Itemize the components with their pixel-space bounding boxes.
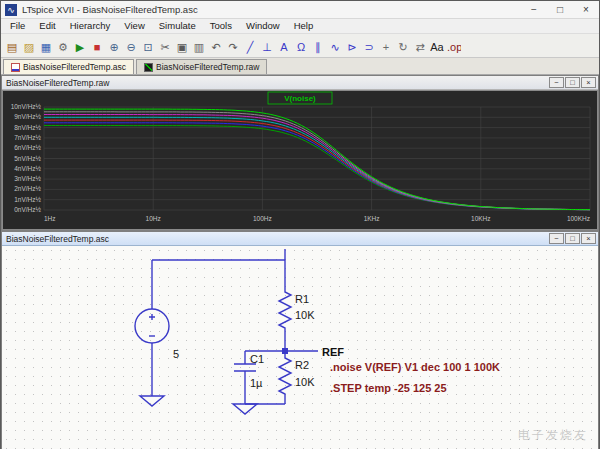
save-icon[interactable]: ▦ [38, 36, 54, 56]
schematic-restore-button[interactable]: □ [565, 233, 580, 244]
y-axis-label: 1nV/Hz½ [14, 196, 41, 203]
menu-simulate[interactable]: Simulate [152, 19, 203, 33]
tab-BiasNoiseFilteredTemp.asc[interactable]: BiasNoiseFilteredTemp.asc [3, 59, 134, 74]
waveform-minimize-button[interactable]: − [549, 77, 564, 88]
schematic-window: BiasNoiseFilteredTemp.asc − □ × [1, 231, 599, 449]
y-axis-label: 2nV/Hz½ [14, 185, 41, 192]
waveform-file-icon [144, 63, 153, 72]
spice-directive-icon[interactable]: .op [446, 36, 462, 56]
c1-value-label[interactable]: 1µ [250, 377, 263, 389]
minimize-button[interactable]: − [521, 1, 547, 18]
trace-legend[interactable]: V(noise) [284, 94, 316, 103]
window-title: LTspice XVII - BiasNoiseFilteredTemp.asc [22, 4, 521, 15]
x-axis-label: 10Hz [146, 215, 161, 222]
resistor-r1[interactable] [279, 286, 291, 334]
y-axis-label: 0nV/Hz½ [14, 206, 41, 213]
y-axis-label: 5nV/Hz½ [14, 155, 41, 162]
toolbar: ▤▨▦⚙▶■⊕⊖⊡✂▣▥↶↷╱⊥AΩ∥∿⊳⊃+↻⇄Aa.op [1, 34, 599, 58]
menu-window[interactable]: Window [239, 19, 287, 33]
x-axis-label: 1Hz [44, 215, 56, 222]
tab-bar: BiasNoiseFilteredTemp.ascBiasNoiseFilter… [1, 58, 599, 75]
run-icon[interactable]: ▶ [72, 36, 88, 56]
y-axis-label: 9nV/Hz½ [14, 113, 41, 120]
draw-wire-icon[interactable]: ╱ [242, 36, 258, 56]
node-junction-dot [282, 348, 288, 354]
x-axis-label: 100Hz [253, 215, 272, 222]
waveform-window-titlebar: BiasNoiseFilteredTemp.raw − □ × [2, 76, 598, 90]
open-file-icon[interactable]: ▨ [21, 36, 37, 56]
menu-edit[interactable]: Edit [32, 19, 62, 33]
r1-name-label[interactable]: R1 [295, 293, 309, 305]
y-axis-label: 7nV/Hz½ [14, 134, 41, 141]
menu-file[interactable]: File [3, 19, 32, 33]
x-axis-label: 100KHz [567, 215, 590, 222]
c1-name-label[interactable]: C1 [250, 353, 264, 365]
control-panel-icon[interactable]: ⚙ [55, 36, 71, 56]
y-axis-label: 4nV/Hz½ [14, 165, 41, 172]
tab-label: BiasNoiseFilteredTemp.raw [156, 62, 259, 72]
r1-value-label[interactable]: 10K [295, 309, 315, 321]
redo-icon[interactable]: ↷ [225, 36, 241, 56]
title-bar: ∿ LTspice XVII - BiasNoiseFilteredTemp.a… [1, 1, 599, 19]
close-button[interactable]: × [573, 1, 599, 18]
place-inductor-icon[interactable]: ∿ [327, 36, 343, 56]
ground-symbol-v1[interactable] [140, 396, 164, 406]
schematic-close-button[interactable]: × [581, 233, 596, 244]
noise-directive[interactable]: .noise V(REF) V1 dec 100 1 100K [330, 361, 500, 373]
schematic-window-title: BiasNoiseFilteredTemp.asc [6, 234, 548, 244]
restore-button[interactable]: □ [547, 1, 573, 18]
new-schematic-icon[interactable]: ▤ [4, 36, 20, 56]
schematic-minimize-button[interactable]: − [549, 233, 564, 244]
place-component-icon[interactable]: ⊃ [361, 36, 377, 56]
wires[interactable] [152, 249, 318, 404]
app-icon: ∿ [5, 4, 17, 16]
place-capacitor-icon[interactable]: ∥ [310, 36, 326, 56]
place-text-icon[interactable]: Aa [429, 36, 445, 56]
r2-value-label[interactable]: 10K [295, 376, 315, 388]
ground-symbol-rc[interactable] [233, 404, 257, 414]
y-axis-label: 3nV/Hz½ [14, 175, 41, 182]
cut-icon[interactable]: ✂ [157, 36, 173, 56]
menu-hierarchy[interactable]: Hierarchy [63, 19, 118, 33]
waveform-plot[interactable]: 10nV/Hz½9nV/Hz½8nV/Hz½7nV/Hz½6nV/Hz½5nV/… [2, 90, 598, 230]
v1-value-label[interactable]: 5 [173, 348, 179, 360]
schematic-drawing: 5 R1 10K R2 10K C1 1µ REF .noise V(REF) … [2, 246, 598, 449]
place-label-icon[interactable]: A [276, 36, 292, 56]
paste-icon[interactable]: ▥ [191, 36, 207, 56]
menu-help[interactable]: Help [287, 19, 321, 33]
step-directive[interactable]: .STEP temp -25 125 25 [330, 382, 447, 394]
r2-name-label[interactable]: R2 [295, 359, 309, 371]
copy-icon[interactable]: ▣ [174, 36, 190, 56]
zoom-out-icon[interactable]: ⊖ [123, 36, 139, 56]
tab-label: BiasNoiseFilteredTemp.asc [23, 62, 126, 72]
y-axis-label: 10nV/Hz½ [11, 103, 42, 110]
ref-node-label[interactable]: REF [322, 346, 344, 358]
y-axis-label: 6nV/Hz½ [14, 144, 41, 151]
waveform-close-button[interactable]: × [581, 77, 596, 88]
place-diode-icon[interactable]: ⊳ [344, 36, 360, 56]
menu-view[interactable]: View [117, 19, 151, 33]
waveform-restore-button[interactable]: □ [565, 77, 580, 88]
undo-icon[interactable]: ↶ [208, 36, 224, 56]
y-axis-label: 8nV/Hz½ [14, 124, 41, 131]
zoom-in-icon[interactable]: ⊕ [106, 36, 122, 56]
halt-icon[interactable]: ■ [89, 36, 105, 56]
capacitor-c1[interactable] [234, 364, 256, 371]
mirror-icon[interactable]: ⇄ [412, 36, 428, 56]
move-icon[interactable]: + [378, 36, 394, 56]
menu-bar: FileEditHierarchyViewSimulateToolsWindow… [1, 19, 599, 34]
resistor-r2[interactable] [279, 351, 291, 404]
place-ground-icon[interactable]: ⊥ [259, 36, 275, 56]
schematic-window-titlebar: BiasNoiseFilteredTemp.asc − □ × [2, 232, 598, 246]
schematic-canvas[interactable]: 5 R1 10K R2 10K C1 1µ REF .noise V(REF) … [2, 246, 598, 449]
rotate-icon[interactable]: ↻ [395, 36, 411, 56]
menu-tools[interactable]: Tools [203, 19, 239, 33]
waveform-window-title: BiasNoiseFilteredTemp.raw [6, 78, 548, 88]
voltage-source-v1[interactable] [135, 309, 169, 343]
zoom-full-extents-icon[interactable]: ⊡ [140, 36, 156, 56]
tab-BiasNoiseFilteredTemp.raw[interactable]: BiasNoiseFilteredTemp.raw [136, 59, 267, 74]
app-window: ∿ LTspice XVII - BiasNoiseFilteredTemp.a… [0, 0, 600, 449]
place-resistor-icon[interactable]: Ω [293, 36, 309, 56]
schematic-file-icon [11, 63, 20, 72]
x-axis-label: 10KHz [471, 215, 491, 222]
